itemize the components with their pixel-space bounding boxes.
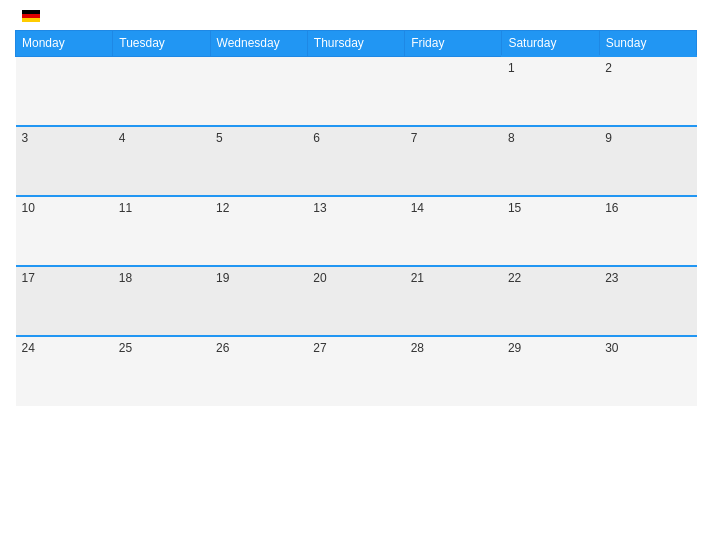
day-number: 24 <box>22 341 35 355</box>
day-number: 22 <box>508 271 521 285</box>
svg-rect-1 <box>22 14 40 18</box>
day-number: 25 <box>119 341 132 355</box>
weekday-header-thursday: Thursday <box>307 31 404 57</box>
weekday-header-tuesday: Tuesday <box>113 31 210 57</box>
calendar-cell: 13 <box>307 196 404 266</box>
day-number: 7 <box>411 131 418 145</box>
day-number: 20 <box>313 271 326 285</box>
day-number: 21 <box>411 271 424 285</box>
calendar-header <box>15 10 697 22</box>
week-row-4: 17181920212223 <box>16 266 697 336</box>
calendar-cell: 3 <box>16 126 113 196</box>
calendar-cell: 16 <box>599 196 696 266</box>
calendar-cell: 27 <box>307 336 404 406</box>
day-number: 12 <box>216 201 229 215</box>
day-number: 29 <box>508 341 521 355</box>
day-number: 4 <box>119 131 126 145</box>
day-number: 28 <box>411 341 424 355</box>
weekday-header-friday: Friday <box>405 31 502 57</box>
day-number: 26 <box>216 341 229 355</box>
flag-icon <box>22 10 40 22</box>
calendar-cell: 14 <box>405 196 502 266</box>
calendar-cell <box>210 56 307 126</box>
calendar-cell: 17 <box>16 266 113 336</box>
week-row-1: 12 <box>16 56 697 126</box>
svg-rect-0 <box>22 10 40 14</box>
calendar-cell: 24 <box>16 336 113 406</box>
day-number: 5 <box>216 131 223 145</box>
calendar-cell: 10 <box>16 196 113 266</box>
week-row-2: 3456789 <box>16 126 697 196</box>
weekday-header-row: MondayTuesdayWednesdayThursdayFridaySatu… <box>16 31 697 57</box>
calendar-cell: 28 <box>405 336 502 406</box>
day-number: 8 <box>508 131 515 145</box>
day-number: 9 <box>605 131 612 145</box>
weekday-header-saturday: Saturday <box>502 31 599 57</box>
day-number: 1 <box>508 61 515 75</box>
day-number: 6 <box>313 131 320 145</box>
day-number: 14 <box>411 201 424 215</box>
day-number: 11 <box>119 201 132 215</box>
calendar-cell: 20 <box>307 266 404 336</box>
weekday-header-wednesday: Wednesday <box>210 31 307 57</box>
day-number: 17 <box>22 271 35 285</box>
day-number: 2 <box>605 61 612 75</box>
day-number: 30 <box>605 341 618 355</box>
logo <box>20 10 40 22</box>
calendar-container: MondayTuesdayWednesdayThursdayFridaySatu… <box>0 0 712 550</box>
calendar-cell: 22 <box>502 266 599 336</box>
calendar-cell: 8 <box>502 126 599 196</box>
calendar-cell: 23 <box>599 266 696 336</box>
day-number: 23 <box>605 271 618 285</box>
calendar-cell: 18 <box>113 266 210 336</box>
calendar-cell: 2 <box>599 56 696 126</box>
week-row-3: 10111213141516 <box>16 196 697 266</box>
day-number: 16 <box>605 201 618 215</box>
calendar-cell: 6 <box>307 126 404 196</box>
calendar-table: MondayTuesdayWednesdayThursdayFridaySatu… <box>15 30 697 406</box>
day-number: 13 <box>313 201 326 215</box>
calendar-cell <box>405 56 502 126</box>
day-number: 19 <box>216 271 229 285</box>
day-number: 27 <box>313 341 326 355</box>
svg-rect-2 <box>22 18 40 22</box>
calendar-body: 1234567891011121314151617181920212223242… <box>16 56 697 406</box>
day-number: 3 <box>22 131 29 145</box>
weekday-header-monday: Monday <box>16 31 113 57</box>
calendar-cell: 4 <box>113 126 210 196</box>
calendar-cell: 1 <box>502 56 599 126</box>
day-number: 15 <box>508 201 521 215</box>
calendar-cell: 9 <box>599 126 696 196</box>
calendar-cell: 29 <box>502 336 599 406</box>
week-row-5: 24252627282930 <box>16 336 697 406</box>
calendar-cell: 5 <box>210 126 307 196</box>
calendar-cell: 11 <box>113 196 210 266</box>
calendar-cell: 12 <box>210 196 307 266</box>
calendar-cell: 26 <box>210 336 307 406</box>
calendar-cell: 15 <box>502 196 599 266</box>
calendar-cell: 7 <box>405 126 502 196</box>
calendar-cell: 21 <box>405 266 502 336</box>
calendar-cell: 19 <box>210 266 307 336</box>
calendar-cell <box>307 56 404 126</box>
calendar-cell <box>16 56 113 126</box>
weekday-header-sunday: Sunday <box>599 31 696 57</box>
calendar-cell: 25 <box>113 336 210 406</box>
calendar-cell <box>113 56 210 126</box>
day-number: 18 <box>119 271 132 285</box>
day-number: 10 <box>22 201 35 215</box>
calendar-cell: 30 <box>599 336 696 406</box>
